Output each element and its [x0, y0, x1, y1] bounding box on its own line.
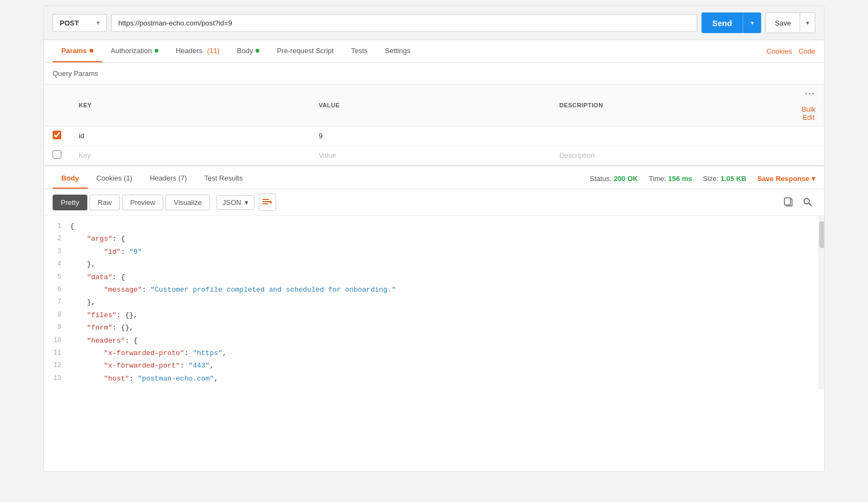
format-tab-visualize[interactable]: Visualize [165, 195, 210, 210]
col-actions-header: ··· Bulk Edit [793, 85, 824, 126]
size-label: Size: 1.05 KB [703, 175, 746, 183]
tab-authorization-label: Authorization [111, 47, 152, 55]
tab-settings[interactable]: Settings [376, 40, 419, 62]
request-tabs: Params Authorization Headers (11) Body P… [44, 40, 824, 63]
method-select[interactable]: POST ▾ [53, 14, 107, 32]
cookies-link[interactable]: Cookies [767, 47, 792, 55]
query-params-section: Query Params KEY VALUE DESCRIPTION ··· [44, 63, 824, 165]
format-bar: Pretty Raw Preview Visualize JSON ▾ [44, 189, 824, 216]
body-dot [256, 49, 259, 53]
params-table: KEY VALUE DESCRIPTION ··· Bulk Edit [44, 84, 824, 165]
json-line-1: 1 { [44, 220, 824, 233]
scrollbar-track[interactable] [819, 216, 824, 389]
wrap-icon [263, 198, 272, 206]
json-line-9: 9 "form": {}, [44, 321, 824, 334]
empty-row-checkbox[interactable] [53, 150, 61, 159]
save-response-chevron-icon: ▾ [812, 175, 815, 183]
tabs-right-links: Cookies Code [767, 47, 815, 55]
tab-body[interactable]: Body [228, 40, 269, 62]
row-value-cell[interactable]: 9 [310, 126, 551, 146]
tab-params[interactable]: Params [53, 40, 102, 62]
send-button[interactable]: Send [701, 12, 743, 33]
response-tab-test-results[interactable]: Test Results [196, 169, 252, 189]
authorization-dot [155, 49, 158, 53]
svg-rect-1 [263, 201, 271, 202]
tab-prerequest-label: Pre-request Script [277, 47, 334, 55]
tab-headers-label: Headers [176, 47, 202, 55]
json-line-6: 6 "message": "Customer profile completed… [44, 284, 824, 296]
json-line-8: 8 "files": {}, [44, 309, 824, 321]
format-tab-pretty[interactable]: Pretty [53, 195, 87, 210]
svg-marker-3 [270, 201, 272, 204]
tab-headers[interactable]: Headers (11) [167, 40, 228, 62]
svg-rect-5 [784, 198, 790, 205]
tab-body-label: Body [237, 47, 253, 55]
response-tab-headers[interactable]: Headers (7) [141, 169, 196, 189]
json-line-7: 7 }, [44, 296, 824, 308]
copy-icon [783, 197, 793, 207]
tab-tests[interactable]: Tests [342, 40, 376, 62]
col-checkbox-header [44, 85, 70, 126]
format-select[interactable]: JSON ▾ [216, 195, 254, 210]
response-tab-body[interactable]: Body [53, 169, 88, 189]
format-select-chevron-icon: ▾ [245, 198, 248, 207]
format-tab-raw[interactable]: Raw [90, 195, 120, 210]
empty-actions-cell [793, 146, 824, 165]
tab-authorization[interactable]: Authorization [102, 40, 167, 62]
method-label: POST [60, 19, 79, 27]
json-line-13: 13 "host": "postman-echo.com", [44, 372, 824, 385]
row-key-cell[interactable]: id [70, 126, 310, 146]
response-body: 1 { 2 "args": { 3 "id": "9" 4 }, 5 "data… [44, 216, 824, 389]
row-checkbox-cell [44, 126, 70, 146]
params-dot [90, 49, 93, 53]
row-actions-cell [793, 126, 824, 146]
send-dropdown-button[interactable]: ▾ [743, 12, 761, 33]
save-dropdown-button[interactable]: ▾ [800, 13, 815, 33]
json-line-3: 3 "id": "9" [44, 246, 824, 258]
response-tabs-bar: Body Cookies (1) Headers (7) Test Result… [44, 169, 824, 189]
format-select-label: JSON [222, 198, 241, 207]
response-tab-cookies-label: Cookies (1) [97, 174, 132, 182]
empty-desc-cell[interactable]: Description [551, 146, 793, 165]
save-button[interactable]: Save [766, 19, 800, 27]
time-value: 156 ms [668, 175, 692, 183]
size-value: 1.05 KB [720, 175, 746, 183]
col-description-header: DESCRIPTION [551, 85, 793, 126]
svg-rect-2 [263, 203, 268, 204]
scrollbar-thumb[interactable] [819, 221, 824, 248]
response-meta: Status: 200 OK Time: 156 ms Size: 1.05 K… [590, 175, 815, 183]
copy-button[interactable] [781, 195, 796, 210]
bulk-edit-button[interactable]: Bulk Edit [802, 105, 815, 121]
table-row-empty: Key Value Description [44, 146, 824, 165]
format-bar-icons [781, 195, 815, 210]
status-label: Status: 200 OK [590, 175, 638, 183]
query-params-title: Query Params [44, 63, 824, 84]
code-link[interactable]: Code [799, 47, 815, 55]
tab-settings-label: Settings [385, 47, 411, 55]
json-line-12: 12 "x-forwarded-port": "443", [44, 359, 824, 372]
row-desc-cell[interactable] [551, 126, 793, 146]
wrap-button[interactable] [259, 194, 276, 211]
row-checkbox[interactable] [53, 131, 61, 139]
response-tab-body-label: Body [61, 174, 79, 182]
url-bar: POST ▾ Send ▾ Save ▾ [44, 6, 824, 40]
url-input[interactable] [111, 14, 697, 32]
status-value: 200 OK [614, 175, 638, 183]
format-tab-preview[interactable]: Preview [122, 195, 163, 210]
col-key-header: KEY [70, 85, 310, 126]
response-tab-test-results-label: Test Results [205, 174, 243, 182]
more-actions-icon[interactable]: ··· [805, 89, 815, 98]
tab-prerequest[interactable]: Pre-request Script [268, 40, 342, 62]
save-response-button[interactable]: Save Response ▾ [757, 175, 815, 183]
empty-checkbox-cell [44, 146, 70, 165]
svg-point-6 [804, 198, 809, 204]
empty-key-cell[interactable]: Key [70, 146, 310, 165]
save-button-group: Save ▾ [765, 12, 815, 33]
search-button[interactable] [800, 195, 815, 210]
response-tab-cookies[interactable]: Cookies (1) [88, 169, 141, 189]
json-line-2: 2 "args": { [44, 233, 824, 245]
table-row: id 9 [44, 126, 824, 146]
headers-count: (11) [205, 47, 220, 55]
empty-value-cell[interactable]: Value [310, 146, 551, 165]
json-line-11: 11 "x-forwarded-proto": "https", [44, 347, 824, 359]
